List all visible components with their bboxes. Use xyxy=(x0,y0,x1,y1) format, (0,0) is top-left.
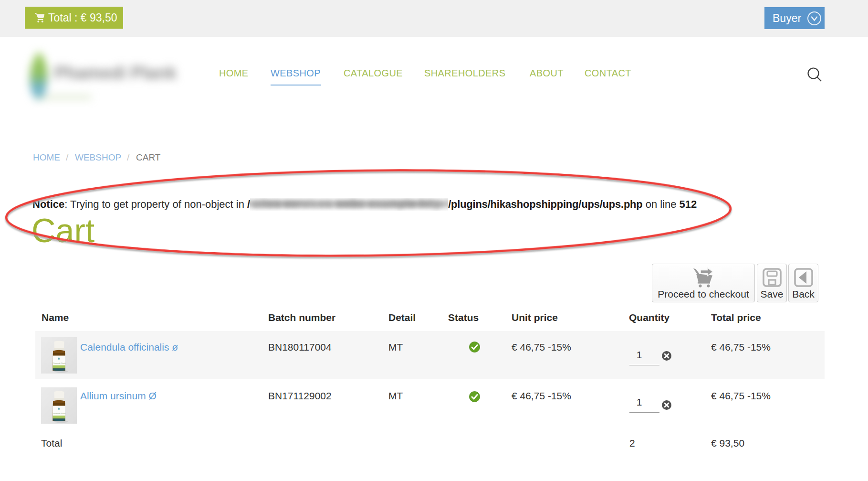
svg-text:Phamedi Plank: Phamedi Plank xyxy=(53,412,66,415)
svg-text:Phamedi Plank: Phamedi Plank xyxy=(53,362,66,364)
